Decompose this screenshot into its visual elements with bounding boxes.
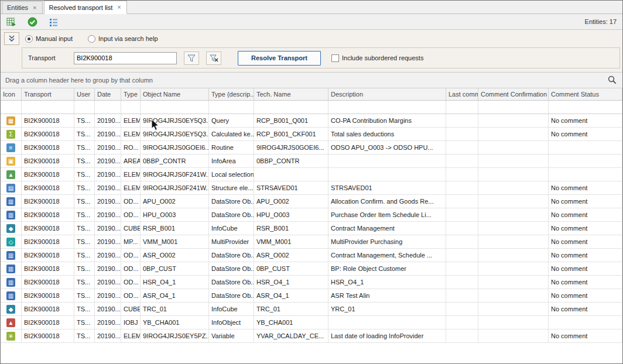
table-row[interactable]: ◇BI2K900018TS...20190...MP...VMM_M001Mul… xyxy=(1,235,622,249)
cell-transport: BI2K900018 xyxy=(22,141,74,154)
table-row[interactable]: ▲BI2K900018TS...20190...ELEM9IROG4JRJS0F… xyxy=(1,168,622,181)
filter-cell[interactable] xyxy=(446,101,478,114)
include-suborders-label: Include subordered requests xyxy=(342,54,423,61)
cell-comment-confirmation xyxy=(478,208,549,221)
cell-type: MP... xyxy=(121,235,141,248)
include-suborders-option[interactable]: Include subordered requests xyxy=(331,54,423,62)
table-row[interactable]: ▥BI2K900018TS...20190...OD...HSR_O4_1Dat… xyxy=(1,276,622,289)
cell-transport: BI2K900018 xyxy=(22,208,74,221)
search-help-radio[interactable]: Input via search help xyxy=(88,35,158,43)
search-icon[interactable] xyxy=(608,75,617,85)
dso-icon: ▥ xyxy=(6,211,15,219)
filter-cell[interactable] xyxy=(22,101,74,114)
table-row[interactable]: ◆BI2K900018TS...20190...CUBERSR_B001Info… xyxy=(1,222,622,235)
cell-transport: BI2K900018 xyxy=(22,316,74,329)
filter-cell[interactable] xyxy=(1,101,22,114)
clear-filter-button[interactable] xyxy=(206,51,221,65)
table-row[interactable]: ▥BI2K900018TS...20190...OD...HPU_O003Dat… xyxy=(1,208,622,222)
parameter-panel: Manual input Input via search help Trans… xyxy=(1,30,622,73)
cell-description xyxy=(328,168,446,181)
tab-resolved-transport-list[interactable]: Resolved transport list × xyxy=(44,1,127,14)
cell-comment-status: No comment xyxy=(549,289,622,302)
cell-comment-status: No comment xyxy=(549,249,622,262)
column-header-last-commenti[interactable]: Last commenti... xyxy=(446,88,478,100)
filter-cell[interactable] xyxy=(549,101,622,114)
filter-cell[interactable] xyxy=(209,101,254,114)
cell-type-desc: DataStore Ob... xyxy=(209,195,254,208)
column-header-type[interactable]: Type xyxy=(121,88,141,100)
table-row[interactable]: ΣBI2K900018TS...20190...ELEM9IROG4JRJS0E… xyxy=(1,128,622,141)
cell-user: TS... xyxy=(74,303,95,315)
cell-type-desc: MultiProvider xyxy=(209,235,254,248)
cell-icon: ✳ xyxy=(1,329,22,342)
column-header-description[interactable]: Description xyxy=(328,88,446,100)
filter-cell[interactable] xyxy=(254,101,328,114)
table-row[interactable]: ▥BI2K900018TS...20190...OD...APU_O002Dat… xyxy=(1,195,622,208)
column-header-date[interactable]: Date xyxy=(95,88,121,100)
cell-type: ELEM xyxy=(121,168,141,181)
toolbar: Entities: 17 xyxy=(1,14,622,30)
column-header-user[interactable]: User xyxy=(74,88,95,100)
cell-date: 20190... xyxy=(95,316,121,329)
group-by-bar[interactable]: Drag a column header here to group by th… xyxy=(1,73,622,88)
table-row[interactable]: ▥BI2K900018TS...20190...OD...ASR_O4_1Dat… xyxy=(1,289,622,303)
resolve-transport-button[interactable]: Resolve Transport xyxy=(238,51,321,66)
cell-icon: ▣ xyxy=(1,154,22,167)
checkbox-unchecked-icon[interactable] xyxy=(331,54,339,62)
dso-icon: ▥ xyxy=(6,291,15,300)
filter-cell[interactable] xyxy=(74,101,95,114)
cell-description: ASR Test Alin xyxy=(328,289,446,302)
table-row[interactable]: ▣BI2K900018TS...20190...AREA0BBP_CONTRIn… xyxy=(1,154,622,168)
table-row[interactable]: ◆BI2K900018TS...20190...CUBETRC_01InfoCu… xyxy=(1,303,622,316)
filter-button[interactable] xyxy=(184,51,199,65)
grid-body: ▦BI2K900018TS...20190...ELEM9IROG4JRJS0E… xyxy=(1,114,622,343)
cell-description: YRC_01 xyxy=(328,303,446,315)
cell-tech-name: YVAR_0CALDAY_CE... xyxy=(254,329,328,342)
manual-input-radio[interactable]: Manual input xyxy=(25,35,73,43)
close-icon[interactable]: × xyxy=(32,5,37,11)
multiprovider-icon: ◇ xyxy=(6,238,15,246)
cell-icon: ▦ xyxy=(1,114,22,127)
export-grid-icon[interactable] xyxy=(5,16,17,28)
tab-entities[interactable]: Entities × xyxy=(2,1,43,13)
cell-type: IOBJ xyxy=(121,316,141,329)
filter-cell[interactable] xyxy=(121,101,141,114)
table-row[interactable]: ▥BI2K900018TS...20190...OD...ASR_O002Dat… xyxy=(1,249,622,262)
filter-cell[interactable] xyxy=(141,101,209,114)
column-header-comment-status[interactable]: Comment Status xyxy=(549,88,622,100)
cell-type-desc: InfoCube xyxy=(209,303,254,315)
column-header-transport[interactable]: Transport xyxy=(22,88,74,100)
table-row[interactable]: ≡BI2K900018TS...20190...RO...9IROG4JRJS0… xyxy=(1,141,622,154)
filter-cell[interactable] xyxy=(328,101,446,114)
entities-count: Entities: 17 xyxy=(585,18,618,25)
transport-input[interactable] xyxy=(74,52,177,64)
close-icon[interactable]: × xyxy=(117,4,121,11)
column-header-type-descrip[interactable]: Type (descrip... xyxy=(209,88,254,100)
table-row[interactable]: ▥BI2K900018TS...20190...OD...0BP_CUSTDat… xyxy=(1,262,622,276)
cell-user: TS... xyxy=(74,276,95,289)
cell-object-name: 9IROG4JRJS0GOEI6... xyxy=(141,141,209,154)
cell-icon: ≡ xyxy=(1,141,22,154)
cell-type: OD... xyxy=(121,276,141,289)
filter-cell[interactable] xyxy=(95,101,121,114)
filter-cell[interactable] xyxy=(478,101,549,114)
confirm-icon[interactable] xyxy=(26,16,38,28)
cell-comment-status xyxy=(549,141,622,154)
table-row[interactable]: ▦BI2K900018TS...20190...ELEM9IROG4JRJS0E… xyxy=(1,114,622,128)
cell-type: OD... xyxy=(121,262,141,275)
results-grid: Drag a column header here to group by th… xyxy=(1,73,622,343)
cell-comment-confirmation xyxy=(478,168,549,181)
cell-comment-confirmation xyxy=(478,195,549,208)
collapse-panel-button[interactable] xyxy=(4,32,19,45)
list-settings-icon[interactable] xyxy=(47,16,59,28)
table-row[interactable]: ▲BI2K900018TS...20190...IOBJYB_CHA001Inf… xyxy=(1,316,622,329)
column-header-object-name[interactable]: Object Name xyxy=(141,88,209,100)
cell-last-comment xyxy=(446,262,478,275)
column-header-tech-name[interactable]: Tech. Name xyxy=(254,88,328,100)
column-header-icon[interactable]: Icon xyxy=(1,88,22,100)
column-header-comment-confirmation[interactable]: Comment Confirmation xyxy=(478,88,549,100)
table-row[interactable]: ✳BI2K900018TS...20190...ELEM9IROG4JRJS0E… xyxy=(1,329,622,343)
cell-comment-confirmation xyxy=(478,128,549,140)
table-row[interactable]: ▤BI2K900018TS...20190...ELEM9IROG4JRJS0F… xyxy=(1,181,622,195)
cell-user: TS... xyxy=(74,141,95,154)
